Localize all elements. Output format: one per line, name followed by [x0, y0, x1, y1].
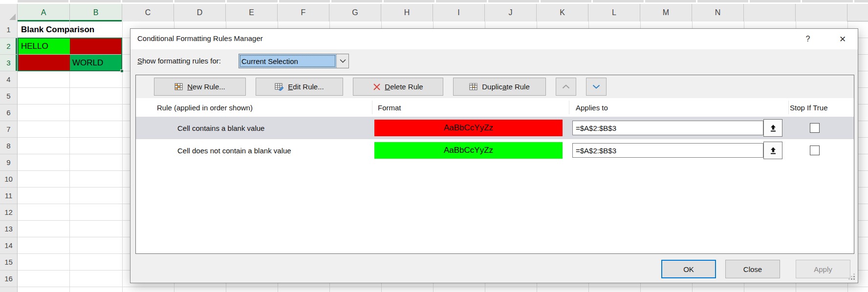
- column-separator: [569, 101, 569, 114]
- show-rules-dropdown[interactable]: Current Selection: [239, 54, 349, 68]
- row-header-2[interactable]: 2: [0, 38, 17, 55]
- column-header-I[interactable]: I: [433, 4, 485, 21]
- row-header-13[interactable]: 13: [0, 221, 17, 237]
- row-header-4[interactable]: 4: [0, 71, 17, 88]
- column-header-D[interactable]: D: [174, 4, 226, 21]
- header-rule: Rule (applied in order shown): [157, 98, 253, 117]
- chevron-up-icon: [562, 84, 570, 89]
- column-header-N[interactable]: N: [692, 4, 744, 21]
- row-header-6[interactable]: 6: [0, 104, 17, 121]
- column-header-E[interactable]: E: [226, 4, 278, 21]
- header-applies-to: Applies to: [576, 98, 608, 117]
- dropdown-selected-value[interactable]: Current Selection: [239, 54, 336, 68]
- cf-rules-manager-dialog: Conditional Formatting Rules Manager ? ✕…: [130, 28, 858, 283]
- header-stop-if-true: Stop If True: [790, 98, 828, 117]
- format-preview: AaBbCcYyZz: [374, 142, 563, 159]
- delete-rule-button[interactable]: Delete Rule: [353, 78, 443, 96]
- new-rule-button[interactable]: New Rule...: [154, 78, 246, 96]
- rule-row-selected[interactable]: Cell contains a blank value AaBbCcYyZz: [136, 117, 854, 139]
- rules-toolbar: New Rule... Edit Rule... Delete Rule Dup…: [136, 75, 854, 98]
- resize-grip[interactable]: [853, 278, 855, 280]
- column-headers: ABCDEFGHIJKLMN: [0, 4, 868, 21]
- column-header-blank[interactable]: [744, 4, 796, 21]
- apply-button[interactable]: Apply: [796, 260, 850, 278]
- row-header-5[interactable]: 5: [0, 88, 17, 104]
- move-rule-down-button[interactable]: [586, 78, 607, 96]
- column-header-A[interactable]: A: [18, 4, 70, 21]
- header-top-strip: [18, 0, 868, 2]
- delete-x-icon: [373, 83, 381, 91]
- row-headers: 12345678910111213141516: [0, 21, 18, 292]
- collapse-dialog-icon: [769, 124, 777, 132]
- stop-if-true-checkbox[interactable]: [810, 123, 820, 133]
- rules-panel: New Rule... Edit Rule... Delete Rule Dup…: [135, 75, 854, 254]
- collapse-dialog-icon: [769, 146, 777, 155]
- row-header-1[interactable]: 1: [0, 21, 17, 38]
- applies-to-input[interactable]: [572, 143, 763, 158]
- duplicate-rule-table-icon: [469, 83, 478, 91]
- column-header-K[interactable]: K: [537, 4, 588, 21]
- cell-b2[interactable]: [70, 39, 122, 54]
- range-picker-button[interactable]: [763, 119, 782, 137]
- row-header-15[interactable]: 15: [0, 254, 17, 271]
- format-preview: AaBbCcYyZz: [374, 120, 563, 136]
- row-header-11[interactable]: 11: [0, 188, 17, 204]
- rule-description: Cell contains a blank value: [177, 117, 264, 139]
- cell-a3[interactable]: [19, 55, 70, 71]
- close-button[interactable]: Close: [725, 260, 780, 278]
- row-header-9[interactable]: 9: [0, 154, 17, 171]
- row-header-3[interactable]: 3: [0, 55, 17, 71]
- column-header-L[interactable]: L: [588, 4, 640, 21]
- cell-a2[interactable]: HELLO: [19, 39, 70, 54]
- column-separator: [372, 101, 372, 114]
- applies-to-input[interactable]: [572, 121, 763, 135]
- stop-if-true-checkbox[interactable]: [810, 146, 820, 155]
- rule-row[interactable]: Cell does not contain a blank value AaBb…: [136, 139, 854, 162]
- close-icon[interactable]: ✕: [834, 32, 851, 46]
- ok-button[interactable]: OK: [661, 260, 716, 278]
- help-button[interactable]: ?: [800, 32, 816, 46]
- excel-window: ABCDEFGHIJKLMN 12345678910111213141516 B…: [0, 0, 868, 292]
- column-header-C[interactable]: C: [122, 4, 174, 21]
- column-header-J[interactable]: J: [485, 4, 537, 21]
- column-header-M[interactable]: M: [640, 4, 692, 21]
- rules-list-header: Rule (applied in order shown) Format App…: [136, 98, 854, 117]
- dialog-titlebar[interactable]: Conditional Formatting Rules Manager ? ✕: [130, 29, 858, 49]
- row-header-8[interactable]: 8: [0, 138, 17, 154]
- move-rule-up-button[interactable]: [556, 78, 576, 96]
- column-header-H[interactable]: H: [381, 4, 433, 21]
- edit-rule-button[interactable]: Edit Rule...: [256, 78, 343, 96]
- cell-a1[interactable]: Blank Comparison: [19, 21, 136, 38]
- row-header-16[interactable]: 16: [0, 271, 17, 287]
- edit-rule-pencil-icon: [275, 83, 284, 91]
- column-header-blank[interactable]: [796, 4, 847, 21]
- duplicate-rule-button[interactable]: Duplicate Rule: [453, 78, 546, 96]
- column-header-G[interactable]: G: [329, 4, 381, 21]
- rule-description: Cell does not contain a blank value: [177, 139, 291, 162]
- select-all-corner[interactable]: [0, 4, 18, 21]
- row-header-7[interactable]: 7: [0, 121, 17, 138]
- cell-b3[interactable]: WORLD: [70, 55, 122, 71]
- show-rules-label: Show formatting rules for:: [137, 57, 221, 65]
- column-header-B[interactable]: B: [70, 4, 122, 21]
- column-header-F[interactable]: F: [278, 4, 329, 21]
- row-header-14[interactable]: 14: [0, 237, 17, 254]
- row-header-10[interactable]: 10: [0, 171, 17, 188]
- column-separator: [788, 101, 789, 114]
- header-format: Format: [378, 98, 401, 117]
- row-header-12[interactable]: 12: [0, 204, 17, 221]
- range-picker-button[interactable]: [763, 142, 782, 159]
- dialog-title: Conditional Formatting Rules Manager: [137, 34, 263, 42]
- chevron-down-icon: [592, 84, 600, 89]
- chevron-down-icon[interactable]: [336, 54, 348, 68]
- new-rule-table-icon: [174, 83, 183, 91]
